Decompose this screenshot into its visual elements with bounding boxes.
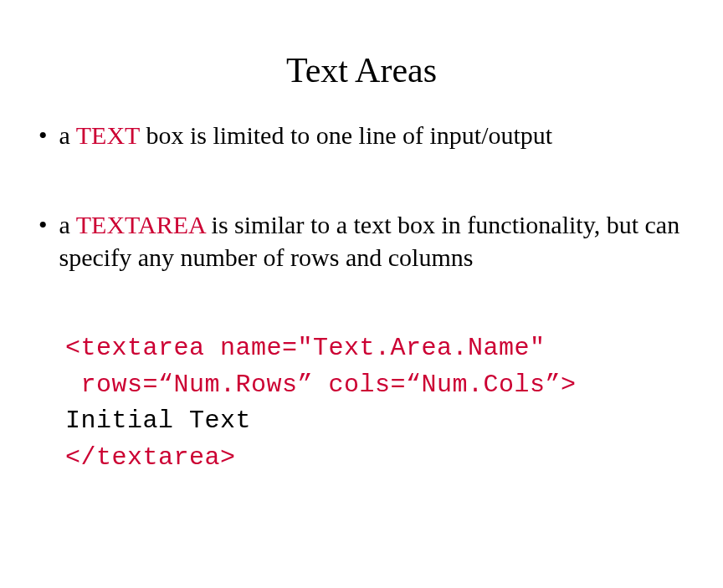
bullet-text: a TEXTAREA is similar to a text box in f… xyxy=(59,208,690,274)
bullet-rest: box is limited to one line of input/outp… xyxy=(140,121,552,149)
code-line: <textarea name="Text.Area.Name" xyxy=(65,330,690,367)
bullet-item: • a TEXTAREA is similar to a text box in… xyxy=(33,208,690,274)
bullet-keyword: TEXTAREA xyxy=(76,211,205,238)
code-example: <textarea name="Text.Area.Name" rows=“Nu… xyxy=(65,330,690,476)
bullet-dot-icon: • xyxy=(38,208,48,241)
slide-title: Text Areas xyxy=(0,50,723,90)
bullet-prefix: a xyxy=(59,121,76,149)
bullet-prefix: a xyxy=(59,211,76,238)
code-line: Initial Text xyxy=(65,403,690,440)
code-line: rows=“Num.Rows” cols=“Num.Cols”> xyxy=(65,367,690,404)
code-indent xyxy=(65,371,81,399)
bullet-list: • a TEXT box is limited to one line of i… xyxy=(33,119,690,274)
bullet-text: a TEXT box is limited to one line of inp… xyxy=(59,119,690,151)
code-line: </textarea> xyxy=(65,440,690,477)
bullet-keyword: TEXT xyxy=(76,121,140,149)
bullet-dot-icon: • xyxy=(38,119,48,151)
bullet-item: • a TEXT box is limited to one line of i… xyxy=(33,119,690,151)
code-text: rows=“Num.Rows” cols=“Num.Cols”> xyxy=(81,371,577,399)
